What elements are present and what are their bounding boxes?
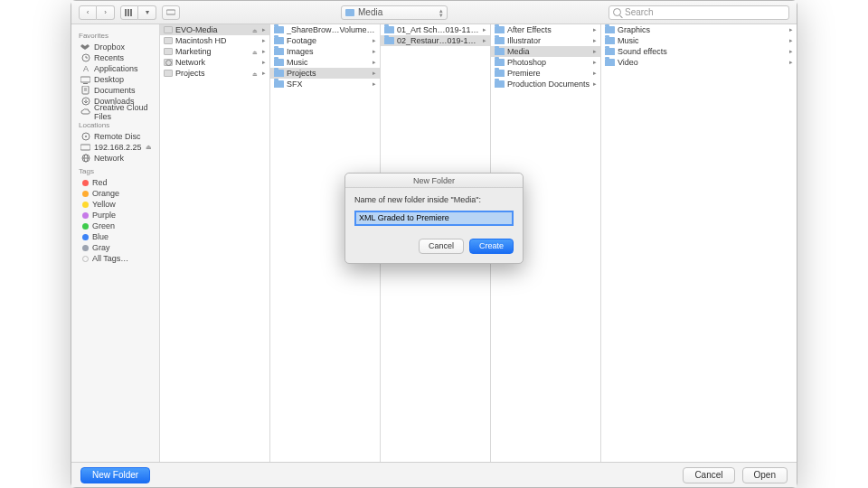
row-label: _ShareBrow…VolumeUID_ [287,25,378,34]
row-label: Projects [175,69,250,78]
dropbox-icon [80,43,90,52]
chevron-right-icon: ▸ [593,26,599,33]
sidebar-item[interactable]: Network [71,153,159,164]
browser-row[interactable]: 01_Art Sch…019-11-08▸ [381,24,490,35]
search-field[interactable]: Search [609,5,789,20]
folder-icon [274,80,284,88]
chevron-right-icon: ▸ [593,80,599,88]
open-button[interactable]: Open [742,467,788,483]
browser-row[interactable]: Sound effects▸ [601,46,797,57]
browser-row[interactable]: Illustrator▸ [491,35,600,46]
svg-point-18 [165,60,171,65]
sidebar-item[interactable]: All Tags… [71,253,159,264]
sidebar-item[interactable]: AApplications [71,63,159,74]
sidebar-item[interactable]: Desktop [71,74,159,85]
browser-row[interactable]: 02_Restaur…019-12-18▸ [381,35,490,46]
chevron-right-icon: ▸ [483,26,488,33]
svg-rect-3 [166,10,175,14]
sidebar-item[interactable]: Red [71,177,159,188]
eject-icon[interactable]: ⏏ [252,70,258,77]
new-folder-button[interactable]: New Folder [80,467,150,483]
search-placeholder: Search [625,7,654,17]
browser-row[interactable]: Premiere▸ [491,68,600,79]
chevron-right-icon: ▸ [593,37,599,44]
browser-row[interactable]: Images▸ [270,46,380,57]
forward-button[interactable]: › [97,5,115,20]
browser-row[interactable]: Marketing⏏▸ [160,46,269,57]
back-button[interactable]: ‹ [79,5,97,20]
view-dropdown-button[interactable]: ▾ [138,5,156,20]
browser-row[interactable]: After Effects▸ [491,24,600,35]
modal-create-button[interactable]: Create [469,239,514,254]
modal-prompt: Name of new folder inside "Media": [354,195,514,204]
nav-back-forward: ‹ › [79,5,115,20]
sidebar-item[interactable]: Documents [71,85,159,96]
sidebar-item[interactable]: Purple [71,210,159,221]
chevron-right-icon: ▸ [373,37,378,44]
eject-icon[interactable]: ⏏ [146,144,152,151]
browser-row[interactable]: SFX▸ [270,79,380,89]
browser-row[interactable]: Media▸ [491,46,600,57]
browser-row[interactable]: Music▸ [601,35,797,46]
path-dropdown[interactable]: Media ▴▾ [341,5,448,20]
browser-row[interactable]: Network▸ [160,57,269,68]
folder-icon [495,70,505,77]
sidebar-item[interactable]: Dropbox [71,42,159,52]
folder-name-input[interactable] [354,211,514,226]
browser-row[interactable]: Photoshop▸ [491,57,600,68]
sidebar-item[interactable]: Blue [71,231,159,242]
browser-row[interactable]: _ShareBrow…VolumeUID_ [270,24,380,35]
sidebar-item[interactable]: Recents [71,52,159,63]
chevron-right-icon: ▸ [373,70,378,77]
sidebar-item-label: All Tags… [92,254,128,263]
chevron-right-icon: ▸ [373,59,378,66]
eject-icon[interactable]: ⏏ [252,27,258,33]
sidebar-item[interactable]: Gray [71,242,159,253]
browser-row[interactable]: Macintosh HD▸ [160,35,269,46]
eject-icon[interactable]: ⏏ [252,49,258,55]
browser-row[interactable]: Production Documents▸ [491,79,600,89]
sidebar-item-label: Gray [92,243,110,252]
folder-icon [495,26,505,33]
chevron-right-icon: ▸ [262,70,268,77]
sidebar-item-label: Dropbox [94,42,125,52]
view-columns-button[interactable] [120,5,138,20]
row-label: Music [287,58,370,67]
browser-row[interactable]: Video▸ [601,57,797,68]
chevron-right-icon: ▸ [789,48,795,55]
sidebar-item[interactable]: Remote Disc [71,131,159,142]
disc-icon [80,133,90,141]
sidebar-item[interactable]: Yellow [71,199,159,210]
row-label: Graphics [618,25,787,34]
browser-row[interactable]: Footage▸ [270,35,380,46]
browser-row[interactable]: EVO-Media⏏▸ [160,24,269,35]
row-label: 01_Art Sch…019-11-08 [397,25,480,34]
folder-icon [605,26,615,33]
browser-row[interactable]: Graphics▸ [601,24,797,35]
sidebar-item-label: Green [92,221,115,230]
sidebar-item-label: Blue [92,232,108,241]
chevron-right-icon: ▸ [789,59,795,66]
browser-row[interactable]: Music▸ [270,57,380,68]
modal-cancel-button[interactable]: Cancel [419,239,464,254]
browser-row[interactable]: Projects▸ [270,68,380,79]
row-label: 02_Restaur…019-12-18 [397,36,480,45]
tag-dot-icon [82,180,89,186]
row-label: Images [287,47,370,56]
row-label: Marketing [175,47,250,56]
sidebar-item[interactable]: 192.168.2.25⏏ [71,142,159,153]
sidebar-item[interactable]: Creative Cloud Files [71,107,159,117]
folder-icon [605,59,615,66]
browser-row[interactable]: Projects⏏▸ [160,68,269,79]
folder-icon [274,48,284,55]
group-button[interactable] [162,5,180,20]
sidebar-item[interactable]: Green [71,221,159,231]
cancel-button[interactable]: Cancel [683,467,734,483]
folder-icon [345,9,354,16]
path-label: Media [358,7,382,17]
svg-rect-6 [80,77,90,82]
sidebar-item-label: Remote Disc [94,132,141,141]
sidebar-item[interactable]: Orange [71,188,159,199]
tag-dot-icon [82,212,89,219]
sidebar-item-label: Creative Cloud Files [94,103,152,121]
